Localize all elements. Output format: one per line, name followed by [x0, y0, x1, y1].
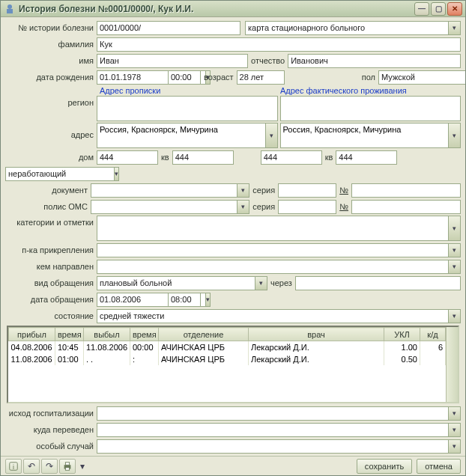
referred-input[interactable]	[97, 260, 448, 274]
col-doctor[interactable]: врач	[249, 328, 384, 341]
col-atime[interactable]: время	[55, 328, 84, 341]
col-arrived[interactable]: прибыл	[9, 328, 55, 341]
patronymic-input[interactable]	[288, 54, 461, 68]
visit-date-calendar-icon[interactable]	[205, 293, 211, 307]
categories-textarea[interactable]	[97, 216, 448, 241]
special-label: особый случай	[5, 442, 97, 451]
house-label: дом	[5, 153, 97, 162]
address-label: адрес	[5, 123, 97, 148]
name-input[interactable]	[97, 54, 248, 68]
clinic-dropdown-icon[interactable]	[448, 243, 461, 257]
print-dropdown-icon[interactable]: ▾	[77, 459, 88, 474]
outcome-input[interactable]	[97, 406, 448, 421]
col-left[interactable]: выбыл	[84, 328, 130, 341]
address1-dropdown-icon[interactable]	[265, 123, 278, 148]
col-ukl[interactable]: УКЛ	[384, 328, 420, 341]
transferred-dropdown-icon[interactable]	[448, 423, 461, 437]
surname-input[interactable]	[97, 37, 461, 52]
document-dropdown-icon[interactable]	[237, 183, 249, 198]
document-input[interactable]	[91, 183, 237, 198]
visit-type-dropdown-icon[interactable]	[255, 276, 267, 290]
svg-text:i: i	[13, 463, 14, 470]
outcome-label: исход госпитализации	[5, 409, 97, 418]
via-label: через	[267, 278, 295, 287]
table-row: 04.08.2006 10:45 11.08.2006 00:00 АЧИНСК…	[9, 341, 446, 353]
patronymic-label: отчество	[248, 56, 288, 65]
visit-type-input[interactable]	[97, 276, 255, 290]
app-icon	[4, 3, 16, 15]
undo-button[interactable]: ↶	[23, 459, 40, 474]
flat2-label: кв	[322, 153, 336, 162]
grid-scrollbar[interactable]	[446, 327, 458, 402]
window-title: История болезни №0001/0000/, Кук И.И.	[19, 4, 413, 14]
svg-point-0	[7, 4, 12, 9]
doc-number-label: №	[336, 186, 351, 195]
special-input[interactable]	[97, 439, 448, 454]
clinic-input[interactable]	[97, 243, 448, 257]
visit-time-input[interactable]	[168, 293, 201, 307]
social-status-input[interactable]	[5, 167, 114, 181]
flat1-input[interactable]	[172, 150, 234, 165]
clinic-label: п-ка прикрепления	[5, 245, 97, 254]
history-no-label: № истории болезни	[5, 23, 97, 32]
policy-series-input[interactable]	[278, 200, 336, 214]
policy-number-label: №	[336, 202, 351, 211]
policy-series-label: серия	[249, 202, 278, 211]
card-type-input[interactable]	[245, 21, 448, 35]
print-button[interactable]	[59, 459, 76, 474]
condition-input[interactable]	[97, 309, 448, 323]
close-button[interactable]: ✕	[447, 2, 462, 16]
via-input[interactable]	[295, 276, 461, 290]
minimize-button[interactable]: —	[414, 2, 429, 16]
redo-button[interactable]: ↷	[41, 459, 58, 474]
condition-dropdown-icon[interactable]	[448, 309, 461, 323]
movements-grid[interactable]: прибыл время выбыл время отделение врач …	[7, 326, 459, 403]
categories-dropdown-icon[interactable]	[448, 216, 461, 241]
reg-address-link[interactable]: Адрес прописки	[100, 86, 160, 95]
house1-input[interactable]	[97, 150, 158, 165]
doc-number-input[interactable]	[351, 183, 461, 198]
region1-textarea[interactable]	[97, 96, 278, 121]
address2-dropdown-icon[interactable]	[448, 123, 461, 148]
region2-textarea[interactable]	[280, 96, 462, 121]
sex-input[interactable]	[378, 70, 465, 85]
cancel-button[interactable]: отмена	[417, 459, 461, 474]
dob-time-input[interactable]	[168, 70, 201, 85]
history-no-input[interactable]	[97, 21, 240, 35]
col-ltime[interactable]: время	[130, 328, 159, 341]
referred-dropdown-icon[interactable]	[448, 260, 461, 274]
svg-rect-1	[7, 9, 13, 13]
house2-input[interactable]	[261, 150, 322, 165]
policy-number-input[interactable]	[351, 200, 461, 214]
svg-rect-6	[65, 467, 69, 470]
transferred-input[interactable]	[97, 423, 448, 437]
col-dept[interactable]: отделение	[159, 328, 249, 341]
address2-textarea[interactable]: Россия, Красноярск, Мичурина	[280, 123, 449, 148]
doc-series-input[interactable]	[278, 183, 336, 198]
categories-label: категории и отметки	[5, 216, 97, 241]
svg-rect-5	[65, 462, 69, 465]
card-type-dropdown-icon[interactable]	[448, 21, 461, 35]
address1-textarea[interactable]: Россия, Красноярск, Мичурина	[97, 123, 265, 148]
referred-label: кем направлен	[5, 262, 97, 271]
flat2-input[interactable]	[336, 150, 397, 165]
maximize-button[interactable]: ▢	[431, 2, 446, 16]
doc-series-label: серия	[249, 186, 278, 195]
info-button[interactable]: i	[5, 459, 22, 474]
name-label: имя	[5, 56, 97, 65]
table-row: 11.08.2006 01:00 . . : АЧИНСКАЯ ЦРБ Лека…	[9, 353, 446, 365]
age-input[interactable]	[237, 70, 285, 85]
titlebar: История болезни №0001/0000/, Кук И.И. — …	[1, 1, 465, 17]
save-button[interactable]: сохранить	[357, 459, 412, 474]
policy-dropdown-icon[interactable]	[237, 200, 249, 214]
toolbar: i ↶ ↷ ▾ сохранить отмена	[1, 456, 465, 475]
policy-input[interactable]	[91, 200, 237, 214]
col-kd[interactable]: к/д	[420, 328, 446, 341]
social-status-dropdown-icon[interactable]	[114, 167, 119, 181]
fact-address-link[interactable]: Адрес фактического проживания	[280, 86, 407, 95]
surname-label: фамилия	[5, 40, 97, 49]
visit-date-label: дата обращения	[5, 295, 97, 304]
outcome-dropdown-icon[interactable]	[448, 406, 461, 421]
special-dropdown-icon[interactable]	[448, 439, 461, 454]
sex-label: пол	[359, 73, 378, 82]
